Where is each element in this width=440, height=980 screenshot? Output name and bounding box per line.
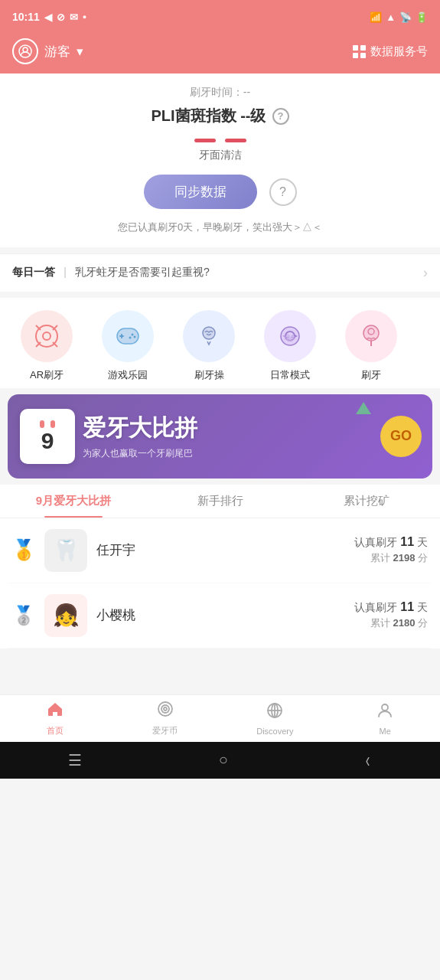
banner-text: 爱牙大比拼 为家人也赢取一个牙刷尾巴: [75, 413, 380, 460]
leader-stats-2: 认真刷牙 11 天 累计 2180 分: [354, 600, 428, 630]
daily-icon-circle: 同步: [264, 310, 316, 362]
svg-point-3: [43, 332, 51, 340]
game-label: 游戏乐园: [108, 368, 148, 382]
nav-home-label: 首页: [47, 725, 64, 737]
network-icon: 📡: [399, 11, 412, 23]
service-button[interactable]: 数据服务号: [353, 44, 428, 59]
avatar: 🦷: [44, 529, 87, 572]
nav-me-label: Me: [379, 727, 390, 736]
nav-discovery-label: Discovery: [256, 727, 293, 736]
banner-left: 9: [8, 409, 75, 464]
nav-me[interactable]: Me: [330, 695, 440, 742]
tab-sep-event[interactable]: 9月爱牙大比拼: [0, 485, 147, 518]
game-icon-circle: [102, 310, 154, 362]
android-back-button[interactable]: ‹: [366, 748, 370, 773]
feature-icon-grid: AR刷牙 游戏乐园 刷牙操: [0, 298, 440, 388]
daily-qa-row[interactable]: 每日一答 乳牙蛀牙是否需要引起重视? ›: [0, 253, 440, 292]
home-icon: [46, 700, 64, 723]
status-time: 10:11: [12, 11, 40, 23]
bottom-nav: 首页 爱牙币 Discovery: [0, 694, 440, 742]
leaderboard-tabs: 9月爱牙大比拼 新手排行 累计挖矿: [0, 485, 440, 518]
ar-label: AR刷牙: [30, 368, 64, 382]
daily-separator: [64, 267, 66, 278]
avatar: 👧: [44, 594, 87, 637]
leader-days-1: 认真刷牙 11 天: [354, 535, 428, 550]
pli-help-button[interactable]: ?: [272, 108, 289, 125]
ar-icon-circle: [21, 310, 73, 362]
ya-clean-label: 牙面清洁: [15, 149, 425, 162]
signal-icon: 📶: [370, 11, 382, 23]
svg-point-22: [158, 702, 172, 716]
table-row: 🥈 👧 小樱桃 认真刷牙 11 天 累计 2180 分: [9, 583, 431, 648]
user-label: 游客: [44, 43, 70, 60]
nav-home[interactable]: 首页: [0, 695, 110, 742]
dash-indicator: [15, 139, 425, 142]
icon-daily-mode[interactable]: 同步 日常模式: [249, 310, 331, 382]
svg-point-13: [129, 336, 132, 338]
tab-new[interactable]: 新手排行: [147, 485, 294, 518]
banner-decoration: [356, 402, 371, 414]
svg-point-24: [164, 707, 167, 710]
svg-point-11: [132, 333, 134, 335]
svg-point-12: [134, 335, 136, 338]
android-home-button[interactable]: ○: [219, 751, 228, 769]
status-bar: 10:11 ◀ ⊘ ✉ ● 📶 ▲ 📡 🔋: [0, 0, 440, 34]
icon-ar[interactable]: AR刷牙: [6, 310, 87, 382]
brushop-label: 刷牙操: [194, 368, 224, 382]
nav-discovery[interactable]: Discovery: [220, 695, 331, 742]
pli-title: PLI菌斑指数 --级 ?: [15, 106, 425, 126]
rank-badge-1: 🥇: [12, 539, 35, 562]
tab-mine[interactable]: 累计挖矿: [293, 485, 440, 518]
leader-days-2: 认真刷牙 11 天: [354, 600, 428, 615]
leader-points-1: 累计 2198 分: [354, 551, 428, 565]
sync-button[interactable]: 同步数据: [144, 175, 257, 209]
main-card: 刷牙时间：-- PLI菌斑指数 --级 ? 牙面清洁 同步数据 ? 您已认真刷牙…: [0, 74, 440, 247]
banner[interactable]: 9 爱牙大比拼 为家人也赢取一个牙刷尾巴 GO: [8, 394, 432, 479]
svg-point-29: [382, 704, 388, 710]
calendar-number: 9: [41, 430, 54, 452]
svg-point-1: [23, 47, 28, 52]
dot-icon: ●: [83, 13, 86, 21]
dash-2: [225, 139, 246, 142]
calendar-icon: 9: [20, 409, 75, 464]
svg-text:同步: 同步: [285, 335, 295, 341]
user-avatar-icon: [12, 38, 38, 64]
dash-1: [194, 139, 216, 142]
icon-brush-op[interactable]: 刷牙操: [168, 310, 249, 382]
rank-badge-2: 🥈: [12, 604, 35, 627]
grid-icon: [353, 45, 366, 58]
android-menu-button[interactable]: ☰: [68, 751, 82, 769]
daily-mode-label: 日常模式: [270, 368, 310, 382]
sync-help-button[interactable]: ?: [269, 178, 297, 206]
me-icon: [376, 701, 394, 724]
android-nav: ☰ ○ ‹: [0, 742, 440, 779]
service-label: 数据服务号: [370, 44, 428, 59]
toothbrush-label: 刷牙: [361, 368, 381, 382]
daily-label: 每日一答: [12, 266, 55, 279]
pli-label: PLI菌斑指数 --级: [152, 106, 266, 126]
svg-point-23: [161, 705, 169, 713]
leader-name-1: 任开宇: [96, 541, 345, 559]
nav-coin-label: 爱牙币: [152, 725, 178, 737]
coin-icon: [156, 700, 174, 723]
brushop-icon-circle: [183, 310, 235, 362]
icon-toothbrush[interactable]: 刷牙: [331, 310, 412, 382]
user-menu[interactable]: 游客 ▾: [12, 38, 83, 64]
icon-game[interactable]: 游戏乐园: [87, 310, 168, 382]
nav-coin[interactable]: 爱牙币: [110, 695, 220, 742]
table-row: 🥇 🦷 任开宇 认真刷牙 11 天 累计 2198 分: [9, 518, 431, 583]
location-icon: ◀: [44, 11, 52, 23]
daily-question: 乳牙蛀牙是否需要引起重视?: [75, 266, 414, 279]
wifi-icon: ▲: [386, 11, 396, 23]
leader-name-2: 小樱桃: [96, 606, 345, 624]
go-button[interactable]: GO: [380, 416, 422, 457]
banner-title: 爱牙大比拼: [83, 413, 380, 444]
leader-stats-1: 认真刷牙 11 天 累计 2198 分: [354, 535, 428, 565]
battery-icon: 🔋: [416, 11, 428, 23]
block-icon: ⊘: [57, 11, 65, 23]
toothbrush-icon-circle: [345, 310, 397, 362]
sync-row: 同步数据 ?: [15, 175, 425, 209]
encourage-text: 您已认真刷牙0天，早晚刷牙，笑出强大＞△＜: [15, 220, 425, 235]
chevron-right-icon: ›: [423, 265, 428, 281]
email-icon: ✉: [70, 11, 78, 23]
